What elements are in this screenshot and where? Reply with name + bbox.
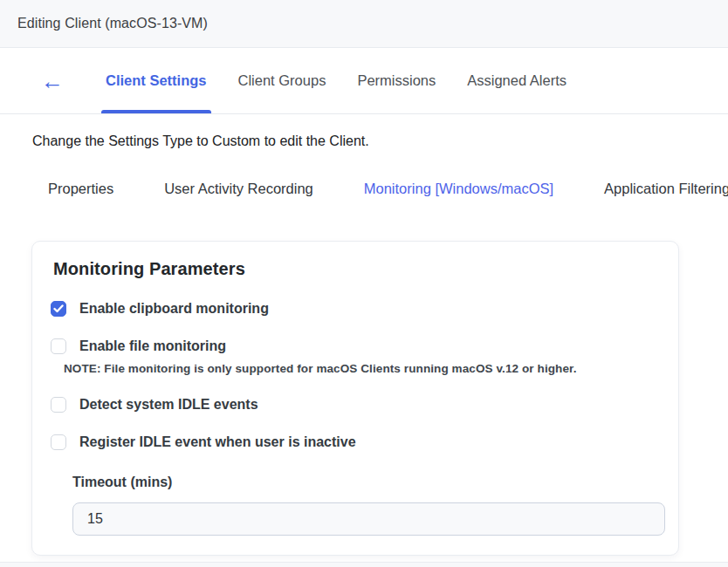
tab-assigned-alerts[interactable]: Assigned Alerts [464,48,569,113]
settings-type-notice: Change the Settings Type to Custom to ed… [32,133,728,149]
clipboard-monitoring-checkbox[interactable] [51,301,66,317]
detect-idle-checkbox[interactable] [51,397,66,413]
tab-label: Permissions [357,72,436,89]
subtab-monitoring[interactable]: Monitoring [Windows/macOS] [364,181,553,197]
tab-label: Assigned Alerts [467,72,567,89]
checkmark-icon [53,304,64,313]
tab-client-groups[interactable]: Client Groups [236,48,329,113]
tab-label: Client Groups [238,72,326,89]
timeout-input[interactable] [72,502,665,536]
checkbox-row-clipboard-monitoring: Enable clipboard monitoring [51,301,663,317]
tab-permissions[interactable]: Permissions [354,48,438,113]
checkbox-label[interactable]: Detect system IDLE events [79,397,258,413]
next-section-divider [0,562,728,567]
panel-title: Monitoring Parameters [53,259,663,279]
active-tab-underline [101,110,211,113]
checkbox-label[interactable]: Enable file monitoring [79,338,226,354]
checkbox-row-register-idle: Register IDLE event when user is inactiv… [51,434,663,450]
checkbox-label[interactable]: Enable clipboard monitoring [79,301,269,317]
monitoring-parameters-panel: Monitoring Parameters Enable clipboard m… [31,241,679,556]
settings-subtab-bar: Properties User Activity Recording Monit… [48,181,728,197]
main-tab-bar: ← Client Settings Client Groups Permissi… [0,48,728,114]
register-idle-checkbox[interactable] [51,434,66,450]
file-monitoring-note: NOTE: File monitoring is only supported … [64,362,663,375]
file-monitoring-checkbox[interactable] [51,338,66,354]
subtab-user-activity-recording[interactable]: User Activity Recording [164,181,313,197]
subtab-application-filtering[interactable]: Application Filtering [604,181,728,197]
back-button[interactable]: ← [41,48,64,113]
checkbox-row-file-monitoring: Enable file monitoring [51,338,663,354]
subtab-properties[interactable]: Properties [48,181,113,197]
checkbox-label[interactable]: Register IDLE event when user is inactiv… [79,434,356,450]
window-header: Editing Client (macOS-13-VM) [0,0,728,48]
checkbox-row-detect-idle: Detect system IDLE events [51,397,663,413]
timeout-label: Timeout (mins) [72,475,663,490]
back-arrow-icon: ← [41,70,64,92]
page-title: Editing Client (macOS-13-VM) [17,16,208,31]
tab-client-settings[interactable]: Client Settings [103,48,209,113]
tab-label: Client Settings [106,72,207,89]
